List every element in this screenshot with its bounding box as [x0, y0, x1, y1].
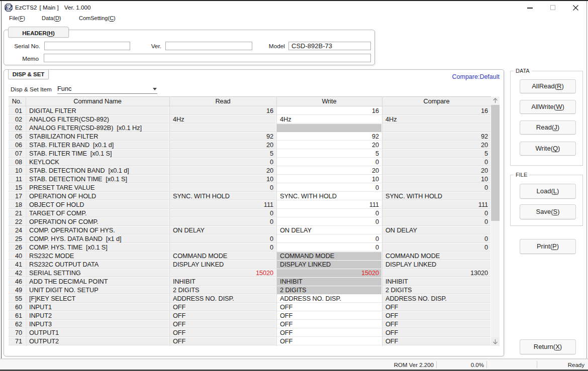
svg-text:EZ: EZ [5, 5, 13, 11]
